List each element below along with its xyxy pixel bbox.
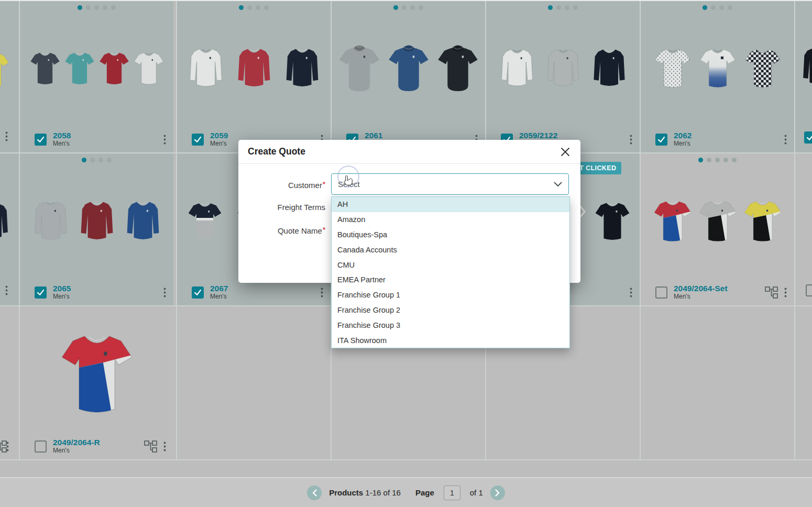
carousel-dots[interactable] xyxy=(641,158,794,162)
product-images[interactable] xyxy=(177,15,331,123)
variant-tree-icon[interactable] xyxy=(765,286,778,299)
product-images[interactable] xyxy=(20,320,173,430)
dropdown-option[interactable]: Boutiques-Spa xyxy=(332,227,569,243)
carousel-dot[interactable] xyxy=(732,158,737,162)
carousel-dot[interactable] xyxy=(103,5,107,10)
page-number-input[interactable]: 1 xyxy=(444,486,460,500)
product-code[interactable]: 2067 xyxy=(210,284,228,293)
prev-page-button[interactable] xyxy=(307,486,322,500)
product-checkbox[interactable] xyxy=(655,286,667,299)
product-subtitle: Men's xyxy=(53,447,100,454)
next-page-button[interactable] xyxy=(490,486,505,500)
carousel-dots[interactable] xyxy=(20,5,173,10)
page-label: Page xyxy=(415,488,434,497)
dropdown-option[interactable]: ITA Showroom xyxy=(332,333,569,348)
carousel-dot[interactable] xyxy=(548,5,553,10)
carousel-dots[interactable] xyxy=(641,5,794,10)
carousel-dot[interactable] xyxy=(565,5,569,10)
customer-select[interactable]: Select xyxy=(331,173,569,195)
product-checkbox[interactable] xyxy=(192,134,204,146)
carousel-dots[interactable] xyxy=(177,5,331,10)
carousel-dot[interactable] xyxy=(247,5,252,10)
kebab-menu-icon[interactable] xyxy=(163,135,166,145)
carousel-dot[interactable] xyxy=(703,5,707,10)
garment-thumbnail xyxy=(799,46,812,89)
product-card-partial xyxy=(0,306,19,459)
carousel-dot[interactable] xyxy=(715,158,720,162)
carousel-dot[interactable] xyxy=(573,5,578,10)
product-code[interactable]: 2061 xyxy=(365,131,382,140)
carousel-dots[interactable] xyxy=(332,5,485,10)
dropdown-option[interactable]: Canada Accounts xyxy=(332,242,569,257)
kebab-menu-icon[interactable] xyxy=(784,135,787,145)
carousel-dot[interactable] xyxy=(98,158,103,162)
dropdown-option[interactable]: Franchise Group 2 xyxy=(332,303,569,318)
product-checkbox[interactable] xyxy=(804,131,812,144)
dropdown-option[interactable]: Amazon xyxy=(332,212,569,227)
product-code[interactable]: 2065 xyxy=(53,284,71,293)
carousel-dot[interactable] xyxy=(402,5,407,10)
carousel-dot[interactable] xyxy=(78,5,82,10)
product-images[interactable] xyxy=(20,15,173,123)
product-code[interactable]: 2058 xyxy=(53,131,71,140)
product-checkbox[interactable] xyxy=(35,286,47,299)
carousel-dot[interactable] xyxy=(728,5,732,10)
product-images[interactable] xyxy=(20,167,173,276)
carousel-dot[interactable] xyxy=(556,5,561,10)
carousel-dot[interactable] xyxy=(256,5,260,10)
product-checkbox[interactable] xyxy=(35,134,47,146)
product-images[interactable] xyxy=(641,167,794,276)
carousel-dot[interactable] xyxy=(419,5,423,10)
carousel-dot[interactable] xyxy=(719,5,724,10)
product-code[interactable]: 2062 xyxy=(674,131,692,140)
kebab-menu-icon[interactable] xyxy=(163,442,166,451)
kebab-menu-icon[interactable] xyxy=(163,288,166,297)
product-code[interactable]: 2059 xyxy=(210,131,228,140)
product-images[interactable] xyxy=(332,15,485,123)
carousel-dot[interactable] xyxy=(94,5,99,10)
product-code[interactable]: 2049/2064-Set xyxy=(674,284,728,293)
kebab-menu-icon[interactable] xyxy=(784,288,787,297)
kebab-menu-icon[interactable] xyxy=(630,135,632,145)
product-label-row: 2067 Men's xyxy=(192,283,323,301)
product-code[interactable]: 2059/2122 xyxy=(519,131,557,140)
dropdown-option[interactable]: EMEA Partner xyxy=(332,272,569,288)
kebab-menu-icon[interactable] xyxy=(6,442,9,451)
close-icon[interactable] xyxy=(559,146,571,158)
carousel-dot[interactable] xyxy=(90,158,95,162)
product-checkbox[interactable] xyxy=(806,284,812,296)
dropdown-option[interactable]: Franchise Group 1 xyxy=(332,288,569,303)
required-asterisk: * xyxy=(323,226,325,234)
kebab-menu-icon[interactable] xyxy=(5,131,8,141)
product-subtitle: Men's xyxy=(674,140,692,147)
product-checkbox[interactable] xyxy=(192,286,204,299)
product-card-partial xyxy=(0,153,19,305)
carousel-dot[interactable] xyxy=(723,158,728,162)
carousel-dots[interactable] xyxy=(20,158,173,162)
kebab-menu-icon[interactable] xyxy=(321,288,323,297)
carousel-dot[interactable] xyxy=(264,5,269,10)
carousel-dot[interactable] xyxy=(82,158,86,162)
product-images[interactable] xyxy=(486,15,640,123)
product-card: 2059/2122 Men's xyxy=(486,1,640,152)
carousel-dot[interactable] xyxy=(239,5,244,10)
carousel-dot[interactable] xyxy=(86,5,91,10)
dropdown-option[interactable]: Franchise Group 3 xyxy=(332,317,569,333)
dropdown-option[interactable]: AH xyxy=(332,197,569,212)
product-checkbox[interactable] xyxy=(655,134,667,146)
carousel-dot[interactable] xyxy=(393,5,398,10)
product-checkbox[interactable] xyxy=(35,440,47,453)
carousel-dots[interactable] xyxy=(486,5,640,10)
carousel-dot[interactable] xyxy=(698,158,703,162)
carousel-dot[interactable] xyxy=(711,5,716,10)
kebab-menu-icon[interactable] xyxy=(5,285,8,295)
carousel-dot[interactable] xyxy=(107,158,112,162)
product-images[interactable] xyxy=(641,15,794,123)
dropdown-option[interactable]: CMU xyxy=(332,257,569,272)
variant-tree-icon[interactable] xyxy=(144,440,157,453)
product-code[interactable]: 2049/2064-R xyxy=(53,438,100,447)
carousel-dot[interactable] xyxy=(111,5,116,10)
carousel-dot[interactable] xyxy=(410,5,415,10)
carousel-dot[interactable] xyxy=(707,158,711,162)
kebab-menu-icon[interactable] xyxy=(630,288,632,297)
